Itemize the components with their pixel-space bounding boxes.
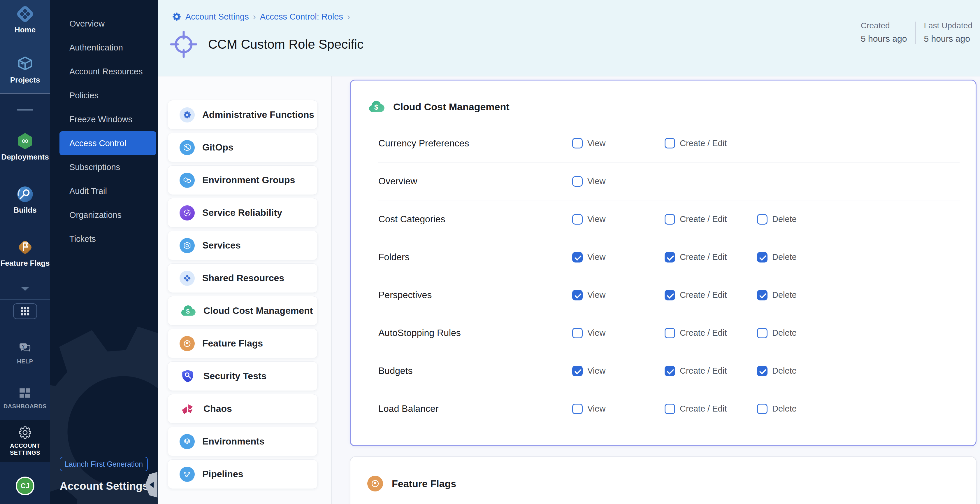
panel-title: Feature Flags [392, 478, 456, 490]
category-card-shared-resources[interactable]: Shared Resources [168, 263, 318, 293]
home-icon [16, 5, 34, 23]
category-card-pipelines[interactable]: Pipelines [168, 459, 318, 489]
perm-label: View [587, 252, 605, 262]
category-card-feature-flags[interactable]: Feature Flags [168, 329, 318, 358]
admin-gear-icon [183, 111, 191, 119]
checkbox-delete[interactable] [757, 366, 767, 376]
category-label: GitOps [202, 142, 234, 153]
rail-item-help[interactable]: ?HELP [0, 341, 50, 365]
breadcrumb: Account Settings › Access Control: Roles… [172, 12, 350, 22]
perm-cell-delete: Delete [757, 404, 850, 414]
checkbox-create-edit[interactable] [665, 404, 675, 414]
category-icon-wrap [180, 107, 195, 123]
checkbox-create-edit[interactable] [665, 214, 675, 225]
category-card-service-reliability[interactable]: Service Reliability [168, 198, 318, 228]
perm-label: Create / Edit [680, 404, 727, 413]
resource-category-list: Administrative FunctionsGitOpsEnvironmen… [158, 77, 332, 504]
sidebar-item-access-control[interactable]: Access Control [59, 131, 156, 155]
rail-item-projects[interactable]: Projects [0, 55, 50, 85]
projects-icon [16, 55, 34, 73]
sidebar-item-tickets[interactable]: Tickets [50, 227, 158, 251]
category-card-cloud-cost-management[interactable]: $Cloud Cost Management [168, 296, 318, 325]
permission-row-overview: OverviewView [379, 162, 959, 200]
permission-row-currency-preferences: Currency PreferencesViewCreate / Edit [379, 124, 959, 162]
rail-item-deployments[interactable]: ∞Deployments [0, 132, 50, 161]
category-card-gitops[interactable]: GitOps [168, 133, 318, 162]
rail-item-account-settings[interactable]: ACCOUNT SETTINGS [0, 420, 50, 462]
sidebar-item-organizations[interactable]: Organizations [50, 203, 158, 227]
category-icon-wrap [180, 205, 195, 220]
checkbox-view[interactable] [572, 214, 583, 225]
perm-label: Create / Edit [680, 252, 727, 262]
checkbox-delete[interactable] [757, 404, 767, 414]
rail-divider-dash [17, 109, 33, 110]
checkbox-create-edit[interactable] [665, 366, 675, 376]
svg-text:$: $ [374, 104, 378, 111]
perm-label: Create / Edit [680, 366, 727, 376]
body-split: Administrative FunctionsGitOpsEnvironmen… [158, 77, 980, 504]
checkbox-delete[interactable] [757, 252, 767, 263]
category-card-services[interactable]: Services [168, 231, 318, 260]
breadcrumb-access-control-roles[interactable]: Access Control: Roles [260, 12, 343, 22]
last-updated-block: Last Updated 5 hours ago [924, 21, 972, 44]
rail-item-feature-flags[interactable]: Feature Flags [0, 238, 50, 268]
checkbox-view[interactable] [572, 404, 583, 414]
permission-row-label: Budgets [379, 365, 572, 376]
category-card-security-tests[interactable]: Security Tests [168, 361, 318, 391]
checkbox-create-edit[interactable] [665, 328, 675, 338]
flag-diamond-icon [16, 238, 34, 257]
perm-cell-view: View [572, 214, 665, 225]
checkbox-delete[interactable] [757, 290, 767, 300]
checkbox-create-edit[interactable] [665, 290, 675, 300]
permission-row-label: Currency Preferences [379, 138, 572, 149]
panel-icon-slot [367, 476, 383, 491]
permission-row-label: Load Balancer [379, 404, 572, 414]
rail-item-dashboards[interactable]: DASHBOARDS [0, 386, 50, 410]
checkbox-view[interactable] [572, 366, 583, 376]
feature-flag-icon [371, 479, 380, 488]
checkbox-create-edit[interactable] [665, 252, 675, 263]
perm-cell-delete: Delete [757, 366, 850, 376]
chevron-down-icon[interactable] [20, 286, 30, 293]
rail-item-label: Builds [13, 206, 37, 215]
perm-cell-create-edit: Create / Edit [665, 252, 757, 263]
sidebar-collapse-button[interactable] [145, 472, 158, 499]
category-card-chaos[interactable]: Chaos [168, 394, 318, 424]
permission-row-cost-categories: Cost CategoriesViewCreate / EditDelete [379, 200, 959, 238]
category-label: Chaos [204, 404, 232, 414]
checkbox-delete[interactable] [757, 328, 767, 338]
rail-item-builds[interactable]: Builds [0, 185, 50, 215]
sidebar-item-freeze-windows[interactable]: Freeze Windows [50, 107, 158, 131]
perm-cell-view: View [572, 328, 665, 338]
permission-row-budgets: BudgetsViewCreate / EditDelete [379, 352, 959, 390]
perm-label: Delete [772, 328, 797, 338]
category-label: Service Reliability [202, 207, 282, 218]
sidebar-item-policies[interactable]: Policies [50, 83, 158, 107]
checkbox-view[interactable] [572, 290, 583, 300]
launch-first-generation-button[interactable]: Launch First Generation [60, 457, 148, 471]
module-picker-button[interactable] [13, 303, 37, 319]
rail-item-home[interactable]: Home [0, 5, 50, 34]
category-card-environment-groups[interactable]: Environment Groups [168, 165, 318, 195]
avatar[interactable]: CJ [16, 477, 34, 495]
category-card-administrative-functions[interactable]: Administrative Functions [168, 100, 318, 129]
sidebar-item-authentication[interactable]: Authentication [50, 35, 158, 59]
perm-label: View [587, 404, 605, 413]
checkbox-view[interactable] [572, 252, 583, 263]
sidebar-item-subscriptions[interactable]: Subscriptions [50, 155, 158, 179]
category-card-environments[interactable]: Environments [168, 427, 318, 456]
permission-row-label: Overview [379, 176, 572, 187]
checkbox-view[interactable] [572, 176, 583, 187]
perm-cell-create-edit: Create / Edit [665, 138, 757, 148]
checkbox-create-edit[interactable] [665, 138, 675, 148]
sidebar-item-overview[interactable]: Overview [50, 12, 158, 35]
help-chat-icon: ? [18, 341, 32, 355]
checkbox-view[interactable] [572, 138, 583, 148]
checkbox-delete[interactable] [757, 214, 767, 225]
perm-cell-view: View [572, 176, 665, 187]
breadcrumb-account-settings[interactable]: Account Settings [185, 12, 249, 22]
sidebar-item-account-resources[interactable]: Account Resources [50, 59, 158, 83]
panel-header: $ Cloud Cost Management [351, 80, 976, 114]
checkbox-view[interactable] [572, 328, 583, 338]
sidebar-item-audit-trail[interactable]: Audit Trail [50, 179, 158, 203]
